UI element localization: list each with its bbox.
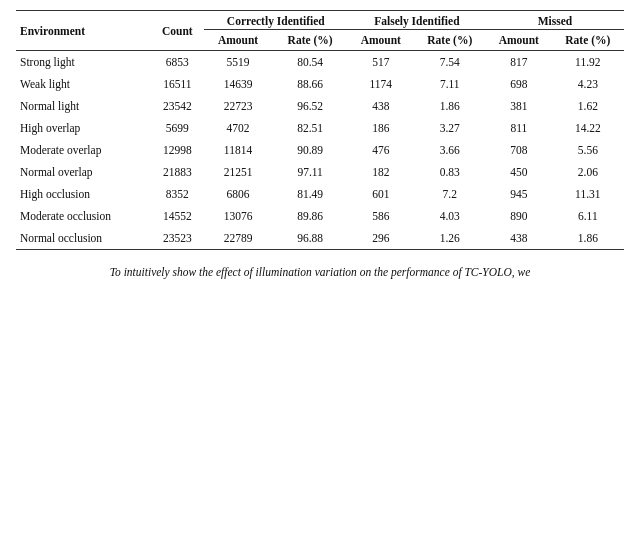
cell-row2-col3: 96.52 <box>272 95 348 117</box>
cell-row6-col6: 945 <box>486 183 552 205</box>
cell-row1-col2: 14639 <box>204 73 273 95</box>
cell-row6-col0: High occlusion <box>16 183 151 205</box>
cell-row3-col1: 5699 <box>151 117 204 139</box>
footer-text: To intuitively show the effect of illumi… <box>16 264 624 281</box>
cell-row2-col0: Normal light <box>16 95 151 117</box>
col-fi-amount: Amount <box>348 30 414 51</box>
cell-row1-col3: 88.66 <box>272 73 348 95</box>
cell-row5-col3: 97.11 <box>272 161 348 183</box>
cell-row6-col1: 8352 <box>151 183 204 205</box>
cell-row6-col3: 81.49 <box>272 183 348 205</box>
cell-row3-col3: 82.51 <box>272 117 348 139</box>
cell-row1-col1: 16511 <box>151 73 204 95</box>
cell-row8-col0: Normal occlusion <box>16 227 151 250</box>
cell-row0-col2: 5519 <box>204 51 273 74</box>
col-group-correctly: Correctly Identified <box>204 11 348 30</box>
cell-row4-col5: 3.66 <box>414 139 486 161</box>
cell-row6-col5: 7.2 <box>414 183 486 205</box>
cell-row7-col4: 586 <box>348 205 414 227</box>
table-wrapper: Environment Count Correctly Identified F… <box>16 10 624 250</box>
cell-row3-col5: 3.27 <box>414 117 486 139</box>
cell-row3-col7: 14.22 <box>552 117 624 139</box>
cell-row0-col5: 7.54 <box>414 51 486 74</box>
cell-row2-col4: 438 <box>348 95 414 117</box>
cell-row8-col7: 1.86 <box>552 227 624 250</box>
table-row: Moderate occlusion145521307689.865864.03… <box>16 205 624 227</box>
cell-row1-col7: 4.23 <box>552 73 624 95</box>
cell-row7-col2: 13076 <box>204 205 273 227</box>
cell-row2-col6: 381 <box>486 95 552 117</box>
cell-row7-col6: 890 <box>486 205 552 227</box>
cell-row4-col7: 5.56 <box>552 139 624 161</box>
table-row: Strong light6853551980.545177.5481711.92 <box>16 51 624 74</box>
cell-row0-col1: 6853 <box>151 51 204 74</box>
cell-row0-col6: 817 <box>486 51 552 74</box>
col-m-amount: Amount <box>486 30 552 51</box>
cell-row4-col0: Moderate overlap <box>16 139 151 161</box>
cell-row1-col0: Weak light <box>16 73 151 95</box>
table-row: Normal occlusion235232278996.882961.2643… <box>16 227 624 250</box>
cell-row5-col6: 450 <box>486 161 552 183</box>
cell-row0-col7: 11.92 <box>552 51 624 74</box>
cell-row6-col7: 11.31 <box>552 183 624 205</box>
cell-row8-col5: 1.26 <box>414 227 486 250</box>
cell-row4-col1: 12998 <box>151 139 204 161</box>
data-table: Environment Count Correctly Identified F… <box>16 10 624 250</box>
cell-row6-col2: 6806 <box>204 183 273 205</box>
table-row: Normal overlap218832125197.111820.834502… <box>16 161 624 183</box>
table-row: Moderate overlap129981181490.894763.6670… <box>16 139 624 161</box>
table-row: Weak light165111463988.6611747.116984.23 <box>16 73 624 95</box>
table-row: Normal light235422272396.524381.863811.6… <box>16 95 624 117</box>
cell-row4-col6: 708 <box>486 139 552 161</box>
cell-row1-col4: 1174 <box>348 73 414 95</box>
cell-row4-col3: 90.89 <box>272 139 348 161</box>
header-row-1: Environment Count Correctly Identified F… <box>16 11 624 30</box>
cell-row2-col2: 22723 <box>204 95 273 117</box>
col-count: Count <box>151 11 204 51</box>
col-environment: Environment <box>16 11 151 51</box>
col-ci-amount: Amount <box>204 30 273 51</box>
cell-row0-col0: Strong light <box>16 51 151 74</box>
cell-row0-col4: 517 <box>348 51 414 74</box>
col-group-missed: Missed <box>486 11 624 30</box>
cell-row5-col0: Normal overlap <box>16 161 151 183</box>
cell-row3-col6: 811 <box>486 117 552 139</box>
cell-row8-col1: 23523 <box>151 227 204 250</box>
col-fi-rate: Rate (%) <box>414 30 486 51</box>
cell-row3-col2: 4702 <box>204 117 273 139</box>
cell-row7-col0: Moderate occlusion <box>16 205 151 227</box>
cell-row7-col1: 14552 <box>151 205 204 227</box>
cell-row5-col4: 182 <box>348 161 414 183</box>
cell-row0-col3: 80.54 <box>272 51 348 74</box>
cell-row2-col7: 1.62 <box>552 95 624 117</box>
cell-row7-col5: 4.03 <box>414 205 486 227</box>
cell-row2-col5: 1.86 <box>414 95 486 117</box>
cell-row8-col3: 96.88 <box>272 227 348 250</box>
cell-row4-col2: 11814 <box>204 139 273 161</box>
col-ci-rate: Rate (%) <box>272 30 348 51</box>
cell-row4-col4: 476 <box>348 139 414 161</box>
cell-row1-col5: 7.11 <box>414 73 486 95</box>
cell-row8-col4: 296 <box>348 227 414 250</box>
table-row: High occlusion8352680681.496017.294511.3… <box>16 183 624 205</box>
cell-row5-col5: 0.83 <box>414 161 486 183</box>
cell-row5-col7: 2.06 <box>552 161 624 183</box>
cell-row5-col2: 21251 <box>204 161 273 183</box>
cell-row8-col6: 438 <box>486 227 552 250</box>
cell-row3-col4: 186 <box>348 117 414 139</box>
col-group-falsely: Falsely Identified <box>348 11 486 30</box>
cell-row7-col7: 6.11 <box>552 205 624 227</box>
cell-row8-col2: 22789 <box>204 227 273 250</box>
table-row: High overlap5699470282.511863.2781114.22 <box>16 117 624 139</box>
cell-row2-col1: 23542 <box>151 95 204 117</box>
cell-row7-col3: 89.86 <box>272 205 348 227</box>
col-m-rate: Rate (%) <box>552 30 624 51</box>
cell-row6-col4: 601 <box>348 183 414 205</box>
cell-row5-col1: 21883 <box>151 161 204 183</box>
cell-row3-col0: High overlap <box>16 117 151 139</box>
cell-row1-col6: 698 <box>486 73 552 95</box>
